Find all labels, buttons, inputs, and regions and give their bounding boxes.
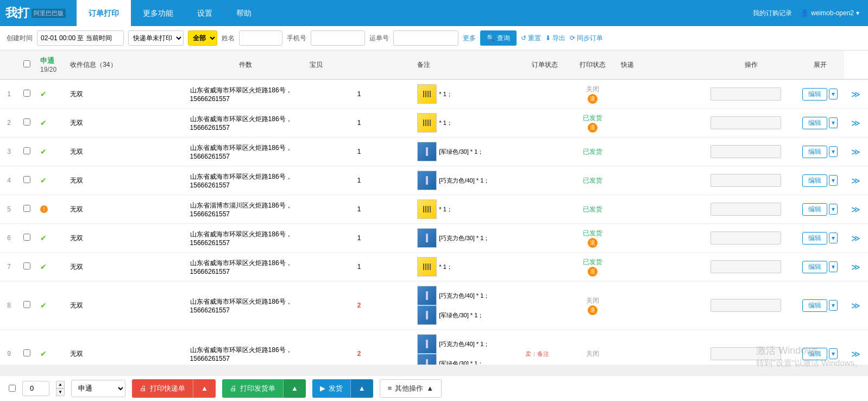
goods-text: [军绿色/30] * 1； [439, 360, 483, 365]
edit-dropdown-btn[interactable]: ▾ [829, 348, 838, 359]
edit-btn[interactable]: 编辑 [802, 261, 827, 273]
goods-thumbnail [417, 286, 437, 305]
row-checkbox-cell [18, 281, 36, 330]
row-checkbox[interactable] [23, 262, 30, 270]
export-btn[interactable]: ⬇ 导出 [545, 34, 565, 43]
reset-btn[interactable]: ↺ 重置 [521, 34, 541, 43]
edit-dropdown-btn[interactable]: ▾ [829, 117, 838, 128]
bottom-count-input[interactable]: 0 [22, 381, 49, 391]
print-type-select[interactable]: 快递单未打印 [128, 30, 184, 46]
edit-btn[interactable]: 编辑 [802, 348, 827, 360]
table-body: 1✔无双山东省威海市环翠区火炬路186号，156662615571* 1；关闭 … [0, 79, 868, 365]
row-order-status: 已发货 退 [569, 253, 617, 281]
row-num: 3 [0, 137, 18, 166]
print-express-dropdown-btn[interactable]: ▲ [193, 379, 216, 391]
count-up-btn[interactable]: ▲ [56, 381, 65, 389]
edit-dropdown-btn[interactable]: ▾ [829, 89, 838, 99]
row-express [706, 109, 796, 137]
edit-dropdown-btn[interactable]: ▾ [829, 300, 838, 311]
edit-btn[interactable]: 编辑 [802, 146, 827, 158]
row-action: 编辑 ▾ [796, 253, 844, 281]
row-checkbox[interactable] [23, 118, 30, 126]
edit-dropdown-btn[interactable]: ▾ [829, 261, 838, 272]
row-checkbox[interactable] [23, 205, 30, 212]
express-number-input[interactable] [710, 347, 781, 360]
svg-rect-20 [426, 311, 428, 319]
print-delivery-btn[interactable]: 🖨 打印发货单 [222, 379, 283, 391]
edit-btn[interactable]: 编辑 [802, 203, 827, 216]
expand-row-btn[interactable]: ≫ [851, 262, 860, 272]
express-number-input[interactable] [710, 145, 781, 158]
table-row: 1✔无双山东省威海市环翠区火炬路186号，156662615571* 1；关闭 … [0, 79, 868, 109]
count-stepper[interactable]: ▲ ▼ [56, 381, 65, 391]
print-delivery-dropdown-btn[interactable]: ▲ [283, 379, 306, 391]
edit-dropdown-btn[interactable]: ▾ [829, 175, 838, 186]
name-input[interactable] [239, 30, 282, 46]
expand-row-btn[interactable]: ≫ [851, 234, 860, 243]
nav-item-settings[interactable]: 设置 [185, 0, 224, 26]
goods-text: * 1； [439, 205, 452, 214]
expand-row-btn[interactable]: ≫ [851, 118, 860, 128]
chevron-down-icon[interactable]: ▾ [856, 9, 859, 17]
more-filter-btn[interactable]: 更多 [463, 34, 476, 43]
expand-row-btn[interactable]: ≫ [851, 205, 860, 214]
edit-dropdown-btn[interactable]: ▾ [829, 204, 838, 215]
search-icon: 🔍 [487, 34, 495, 42]
row-checkbox[interactable] [23, 349, 30, 356]
expand-row-btn[interactable]: ≫ [851, 349, 860, 359]
select-all-checkbox[interactable] [23, 60, 30, 67]
edit-btn[interactable]: 编辑 [802, 117, 827, 129]
edit-btn[interactable]: 编辑 [802, 232, 827, 245]
sync-btn[interactable]: ⟳ 同步订单 [570, 34, 603, 43]
edit-btn[interactable]: 编辑 [802, 299, 827, 312]
expand-row-btn[interactable]: ≫ [851, 147, 860, 156]
express-number-input[interactable] [710, 203, 781, 216]
row-checkbox[interactable] [23, 147, 30, 154]
express-number-input[interactable] [710, 87, 781, 101]
row-checkbox[interactable] [23, 90, 30, 97]
row-checkbox[interactable] [23, 234, 30, 241]
time-range-input[interactable] [37, 30, 124, 46]
col-expand-header: 展开 [796, 51, 844, 79]
row-name: 无双 [66, 137, 185, 166]
more-ops-btn[interactable]: ≡ 其他操作 ▲ [380, 379, 442, 391]
goods-text: * 1； [439, 263, 452, 271]
row-expand: ≫ [844, 195, 868, 224]
bottom-select-all-checkbox[interactable] [9, 385, 16, 391]
nav-item-help[interactable]: 帮助 [224, 0, 263, 26]
expand-row-btn[interactable]: ≫ [851, 176, 860, 185]
order-records-link[interactable]: 我的订购记录 [753, 9, 792, 18]
expand-row-btn[interactable]: ≫ [851, 301, 860, 310]
edit-dropdown-btn[interactable]: ▾ [829, 146, 838, 157]
nav-item-print[interactable]: 订单打印 [77, 0, 131, 26]
express-number-input[interactable] [710, 116, 781, 129]
table-row: 5!无双山东省淄博市淄川区火炬路186号，156662615571* 1；已发货… [0, 195, 868, 224]
ship-dropdown-btn[interactable]: ▲ [350, 379, 373, 391]
row-address: 山东省威海市环翠区火炬路186号，15666261557 [186, 253, 305, 281]
row-checkbox[interactable] [23, 301, 30, 308]
express-number-input[interactable] [710, 299, 781, 312]
search-btn[interactable]: 🔍 查询 [480, 30, 517, 46]
row-checkbox[interactable] [23, 176, 30, 183]
expand-row-btn[interactable]: ≫ [851, 90, 860, 99]
express-number-input[interactable] [710, 260, 781, 273]
app-logo: 我打 [5, 5, 29, 21]
scope-select[interactable]: 全部 部分 [188, 30, 217, 46]
row-status-icon-cell: ✔ [36, 253, 66, 281]
express-number-input[interactable] [710, 231, 781, 245]
count-down-btn[interactable]: ▼ [56, 389, 65, 391]
courier-select[interactable]: 申通 顺丰 圆通 中通 [71, 380, 125, 391]
edit-dropdown-btn[interactable]: ▾ [829, 233, 838, 243]
row-print-status [617, 195, 706, 224]
col-express-header: 快递 [617, 51, 706, 79]
row-name: 无双 [66, 281, 185, 330]
express-number-input[interactable] [710, 174, 781, 187]
edit-btn[interactable]: 编辑 [802, 88, 827, 101]
print-express-btn[interactable]: 🖨 打印快递单 [132, 379, 193, 391]
ship-btn[interactable]: ▶ 发货 [312, 379, 350, 391]
row-pieces: 1 [305, 137, 413, 166]
tracking-input[interactable] [393, 30, 458, 46]
phone-input[interactable] [311, 30, 365, 46]
nav-item-more[interactable]: 更多功能 [131, 0, 185, 26]
edit-btn[interactable]: 编辑 [802, 174, 827, 187]
